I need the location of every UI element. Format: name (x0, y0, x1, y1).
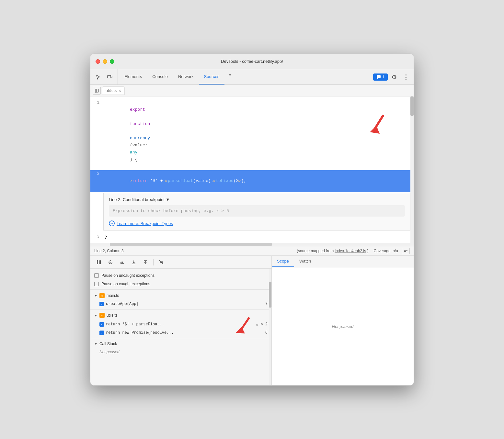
svg-line-15 (159, 260, 163, 264)
bp-list-scroll-thumb[interactable] (269, 282, 271, 308)
device-toggle-icon[interactable] (105, 72, 115, 82)
tab-network[interactable]: Network (173, 69, 199, 84)
pause-caught-checkbox[interactable] (94, 282, 99, 286)
maximize-button[interactable] (110, 59, 114, 64)
tab-bar-right: 1 ⚙ ⋮ (373, 69, 411, 84)
chat-count: 1 (382, 75, 384, 79)
bp-createapp-checkbox[interactable] (99, 302, 104, 306)
divider-2 (90, 309, 271, 310)
file-tab-utils[interactable]: utils.ts × (102, 86, 125, 95)
bp-entry-return-dollar[interactable]: return '$' + parseFloa... ✏ × 2 (90, 320, 271, 329)
svg-rect-2 (377, 75, 381, 78)
section-triangle-main: ▼ (94, 294, 97, 298)
svg-rect-0 (108, 75, 111, 78)
line-content-1: export function currency (value: any ) { (103, 99, 414, 170)
editor-scrollbar-thumb[interactable] (410, 96, 414, 116)
svg-rect-3 (95, 89, 97, 92)
code-lines: 1 export function currency (value: any )… (90, 99, 414, 192)
section-utils-ts[interactable]: ▼ ○ utils.ts (90, 311, 271, 320)
remove-breakpoint-icon[interactable]: × (260, 321, 263, 327)
pause-uncaught-checkbox[interactable] (94, 273, 99, 278)
bp-return-dollar-checkbox[interactable] (99, 322, 104, 327)
svg-rect-4 (95, 89, 98, 92)
code-line-3[interactable]: 3 } (90, 233, 414, 240)
line-number-2: 2 (90, 170, 103, 177)
edit-breakpoint-icon[interactable]: ✏ (256, 322, 259, 327)
source-map-link[interactable]: index.1ac4eab2.js (335, 249, 366, 253)
code-line-1[interactable]: 1 export function currency (value: any )… (90, 99, 414, 170)
tab-elements[interactable]: Elements (119, 69, 147, 84)
step-into-button[interactable] (129, 258, 138, 267)
bp-return-promise-checkbox[interactable] (99, 331, 104, 335)
horizontal-scrollbar-thumb[interactable] (110, 243, 272, 246)
file-tab-close[interactable]: × (119, 88, 121, 93)
devtools-window: DevTools - coffee-cart.netlify.app/ Elem… (90, 53, 414, 386)
sidebar-toggle[interactable] (93, 87, 101, 95)
step-over-button[interactable] (118, 258, 127, 267)
close-button[interactable] (96, 59, 100, 64)
tab-watch[interactable]: Watch (294, 256, 316, 267)
utils-ts-icon: ○ (99, 313, 105, 318)
toolbar-separator (153, 259, 154, 265)
bp-expression-input[interactable]: Expression to check before pausing, e.g.… (109, 205, 405, 217)
title-bar: DevTools - coffee-cart.netlify.app/ (90, 54, 414, 69)
coverage-info: Coverage: n/a (374, 249, 398, 253)
editor-scrollbar[interactable] (410, 96, 414, 243)
step-back-icon[interactable] (106, 258, 115, 267)
bp-return-promise-num: 6 (265, 331, 268, 335)
pause-caught-item[interactable]: Pause on caught exceptions (90, 280, 271, 288)
cursor-icon[interactable] (93, 72, 103, 82)
more-options-icon[interactable]: ⋮ (401, 72, 411, 82)
tab-console[interactable]: Console (147, 69, 173, 84)
svg-rect-7 (97, 260, 98, 264)
horizontal-scrollbar[interactable] (90, 243, 414, 246)
pause-caught-label: Pause on caught exceptions (101, 282, 150, 286)
code-lines-after-popup: 3 } (90, 233, 414, 240)
section-main-ts[interactable]: ▼ ○ main.ts (90, 291, 271, 300)
main-ts-icon: ○ (99, 293, 105, 298)
bp-createapp-num: 7 (265, 302, 268, 306)
bp-entry-not-paused: Not paused (90, 348, 271, 356)
debug-toolbar (90, 256, 271, 269)
more-tabs-icon[interactable]: » (224, 69, 235, 80)
line-number-3: 3 (90, 233, 103, 240)
bp-return-dollar-text: return '$' + parseFloa... (106, 322, 254, 327)
divider-3 (90, 338, 271, 338)
pause-button[interactable] (94, 258, 103, 267)
coverage-toggle[interactable] (402, 248, 410, 254)
tab-sources[interactable]: Sources (199, 69, 225, 84)
traffic-lights (96, 59, 114, 64)
call-stack-not-paused: Not paused (99, 350, 119, 354)
chat-badge[interactable]: 1 (373, 73, 388, 81)
right-panel: Scope Watch Not paused (272, 256, 414, 385)
editor-area: 1 export function currency (value: any )… (90, 96, 414, 243)
settings-icon[interactable]: ⚙ (389, 72, 399, 82)
section-triangle-callstack: ▼ (94, 342, 97, 346)
section-call-stack[interactable]: ▼ Call Stack (90, 340, 271, 348)
bp-return-dollar-num: 2 (265, 322, 268, 327)
minimize-button[interactable] (103, 59, 107, 64)
learn-more-circle-icon: → (109, 220, 115, 226)
code-line-2[interactable]: 2 ▷return '$' + ▷parseFloat(value).▷toFi… (90, 170, 414, 192)
panel-tabs: Scope Watch (272, 256, 414, 267)
section-label-callstack: Call Stack (99, 342, 117, 346)
section-label-utils: utils.ts (107, 313, 118, 318)
divider-1 (90, 289, 271, 290)
section-label-main: main.ts (107, 293, 119, 298)
step-out-button[interactable] (141, 258, 150, 267)
bp-learn-more-link[interactable]: → Learn more: Breakpoint Types (109, 220, 405, 226)
pause-uncaught-item[interactable]: Pause on uncaught exceptions (90, 271, 271, 280)
bp-createapp-text: createApp(App) (106, 302, 263, 306)
file-tab-bar: utils.ts × (90, 85, 414, 96)
window-title: DevTools - coffee-cart.netlify.app/ (221, 59, 283, 64)
left-panel: Pause on uncaught exceptions Pause on ca… (90, 256, 272, 385)
bp-return-promise-text: return new Promise(resolve... (106, 331, 263, 335)
bp-list-scrollbar[interactable] (269, 269, 271, 385)
file-tab-name: utils.ts (106, 88, 117, 93)
tab-scope[interactable]: Scope (272, 256, 294, 267)
section-triangle-utils: ▼ (94, 314, 97, 317)
deactivate-breakpoints-button[interactable] (157, 258, 166, 267)
bp-entry-createapp[interactable]: createApp(App) 7 (90, 300, 271, 308)
bp-actions: ✏ × (256, 321, 263, 327)
bp-entry-return-promise[interactable]: return new Promise(resolve... 6 (90, 329, 271, 337)
